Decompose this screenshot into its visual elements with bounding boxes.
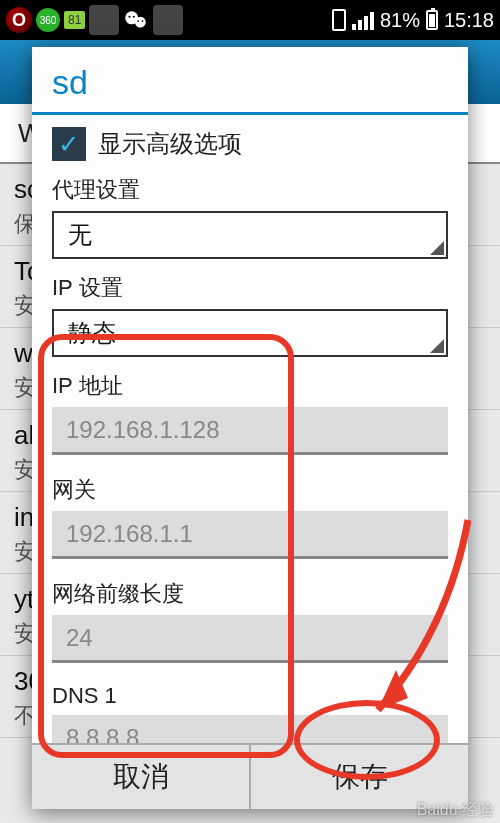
ip-settings-select[interactable]: 静态	[52, 309, 448, 357]
avatar-icon	[153, 5, 183, 35]
gateway-input[interactable]	[52, 511, 448, 559]
status-bar: O 360 81 81% 15:18	[0, 0, 500, 40]
360-icon: 360	[36, 8, 60, 32]
dns1-label: DNS 1	[52, 683, 448, 709]
advanced-options-row[interactable]: ✓ 显示高级选项	[52, 127, 448, 161]
proxy-select[interactable]: 无	[52, 211, 448, 259]
advanced-options-label: 显示高级选项	[98, 128, 242, 160]
phone-icon	[332, 9, 346, 31]
svg-point-5	[142, 20, 144, 22]
gateway-label: 网关	[52, 475, 448, 505]
signal-icon	[352, 10, 374, 30]
proxy-label: 代理设置	[52, 175, 448, 205]
dialog-body: ✓ 显示高级选项 代理设置 无 IP 设置 静态 IP 地址 网关 网络前缀长度…	[32, 115, 468, 743]
ip-address-input[interactable]	[52, 407, 448, 455]
battery-icon	[426, 10, 438, 30]
battery-percent: 81%	[380, 9, 420, 32]
prefix-length-input[interactable]	[52, 615, 448, 663]
clock: 15:18	[444, 9, 494, 32]
dialog-title: sd	[32, 47, 468, 115]
status-right: 81% 15:18	[332, 9, 494, 32]
prefix-length-label: 网络前缀长度	[52, 579, 448, 609]
avatar-icon	[89, 5, 119, 35]
battery-badge-icon: 81	[64, 11, 85, 29]
checkbox-checked-icon[interactable]: ✓	[52, 127, 86, 161]
wechat-icon	[123, 7, 149, 33]
watermark: Baidu 经验	[417, 800, 494, 821]
wifi-settings-dialog: sd ✓ 显示高级选项 代理设置 无 IP 设置 静态 IP 地址 网关 网络前…	[32, 47, 468, 809]
ip-settings-label: IP 设置	[52, 273, 448, 303]
cancel-button[interactable]: 取消	[32, 745, 249, 809]
opera-icon: O	[6, 7, 32, 33]
svg-point-3	[133, 16, 135, 18]
ip-address-label: IP 地址	[52, 371, 448, 401]
svg-point-1	[135, 17, 146, 28]
svg-point-2	[129, 16, 131, 18]
status-left: O 360 81	[6, 5, 183, 35]
svg-point-4	[138, 20, 140, 22]
dns1-input[interactable]	[52, 715, 448, 743]
dialog-buttons: 取消 保存	[32, 743, 468, 809]
